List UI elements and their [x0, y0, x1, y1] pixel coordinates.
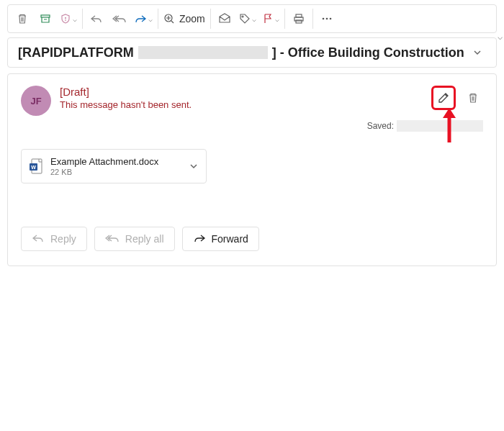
forward-icon	[193, 234, 206, 244]
chevron-down-icon: ⌵	[148, 15, 153, 23]
discard-draft-button[interactable]	[463, 88, 483, 108]
zoom-button[interactable]: Zoom	[161, 7, 208, 30]
chevron-down-icon: ⌵	[252, 15, 256, 23]
svg-point-9	[329, 18, 331, 20]
zoom-label: Zoom	[179, 13, 205, 24]
shield-icon[interactable]: ⌵	[57, 7, 80, 30]
avatar-initials: JF	[30, 96, 41, 106]
forward-icon[interactable]: ⌵	[131, 7, 156, 30]
reply-all-label: Reply all	[125, 233, 164, 245]
saved-label: Saved:	[367, 121, 394, 131]
chevron-down-icon[interactable]: ⌵	[498, 32, 503, 42]
reply-icon	[32, 234, 45, 244]
svg-point-7	[322, 18, 324, 20]
trash-icon	[467, 92, 479, 104]
subject-prefix: [RAPIDPLATFORM	[18, 45, 134, 60]
more-icon[interactable]	[315, 7, 338, 30]
toolbar-separator	[82, 9, 83, 29]
pencil-icon	[437, 91, 450, 104]
reply-icon[interactable]	[85, 7, 108, 30]
delete-icon[interactable]	[11, 7, 34, 30]
tag-icon[interactable]: ⌵	[236, 7, 259, 30]
subject-text: [RAPIDPLATFORM ] - Office Building Const…	[18, 45, 464, 60]
message-card: JF [Draft] This message hasn't been sent…	[7, 73, 497, 266]
toolbar-separator	[312, 9, 313, 29]
attachment-menu-chevron[interactable]	[189, 161, 199, 171]
reply-all-button[interactable]: Reply all	[94, 227, 175, 251]
attachment-name: Example Attachment.docx	[50, 156, 181, 167]
toolbar-separator	[158, 9, 158, 29]
subject-bar: [RAPIDPLATFORM ] - Office Building Const…	[7, 37, 497, 68]
draft-label: [Draft]	[60, 86, 192, 98]
toolbar-separator	[210, 9, 211, 29]
svg-point-3	[242, 16, 243, 17]
read-icon[interactable]	[213, 7, 236, 30]
toolbar-separator	[284, 9, 285, 29]
message-toolbar: ⌵ ⌵ Zoom ⌵ ⌵	[7, 4, 497, 33]
reply-button[interactable]: Reply	[21, 227, 87, 251]
draft-not-sent-message: This message hasn't been sent.	[60, 99, 192, 110]
svg-text:W: W	[31, 165, 36, 170]
reply-all-icon	[105, 234, 120, 244]
svg-point-8	[325, 18, 328, 20]
zoom-icon	[163, 13, 175, 24]
redacted-segment	[138, 46, 268, 59]
attachment-card[interactable]: W Example Attachment.docx 22 KB	[21, 149, 207, 183]
reply-label: Reply	[50, 233, 76, 245]
forward-label: Forward	[212, 233, 248, 245]
forward-button[interactable]: Forward	[182, 227, 259, 251]
subject-suffix: ] - Office Building Construction	[272, 45, 464, 60]
chevron-down-icon: ⌵	[275, 15, 279, 23]
svg-rect-0	[41, 15, 50, 17]
svg-point-1	[66, 18, 66, 19]
edit-draft-button[interactable]	[431, 86, 456, 110]
redacted-segment	[397, 120, 483, 132]
collapse-chevron-icon[interactable]	[469, 44, 486, 61]
chevron-down-icon: ⌵	[73, 15, 77, 23]
sender-avatar: JF	[21, 86, 51, 116]
word-file-icon: W	[29, 158, 43, 174]
print-icon[interactable]	[287, 7, 310, 30]
flag-icon[interactable]: ⌵	[259, 7, 282, 30]
svg-rect-4	[296, 14, 302, 17]
archive-icon[interactable]	[34, 7, 57, 30]
attachment-size: 22 KB	[50, 168, 181, 176]
reply-all-icon[interactable]	[108, 7, 131, 30]
